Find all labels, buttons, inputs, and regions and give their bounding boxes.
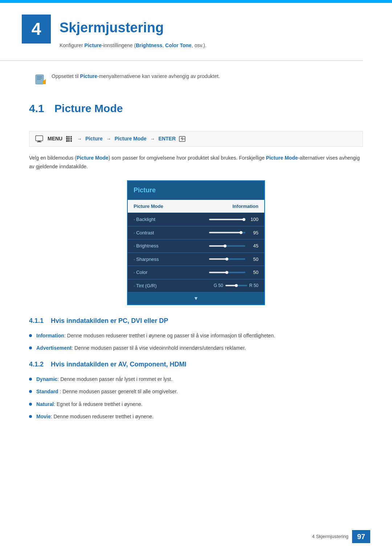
bullet-information: Information: Denne modusen reduserer tre… [29, 332, 363, 340]
tint-g-value: G 50 [214, 282, 223, 289]
backlight-slider: 100 [209, 216, 258, 223]
backlight-dot [242, 218, 245, 221]
term-dynamic: Dynamic [36, 376, 57, 382]
subtitle-comma: , [162, 42, 165, 48]
color-dot [225, 271, 228, 274]
note-prefix: Oppsettet til [52, 73, 80, 79]
color-label: Color [134, 269, 209, 276]
contrast-dot [240, 231, 242, 234]
subtitle-suffix: , osv.). [192, 42, 207, 48]
contrast-value: 95 [248, 229, 258, 237]
contrast-bar [209, 232, 245, 233]
subsection-411-label: Hvis inndatakilden er PC, DVI eller DP [51, 317, 168, 324]
svg-rect-5 [36, 136, 43, 141]
brightness-row: Brightness 45 [128, 239, 264, 253]
section-41-description: Velg en bildemodus (Picture Mode) som pa… [29, 154, 363, 171]
tint-label: Tint (G/R) [134, 282, 214, 290]
svg-rect-2 [37, 78, 42, 78]
backlight-fill [209, 219, 244, 220]
svg-rect-1 [37, 76, 42, 77]
backlight-label: Backlight [134, 216, 209, 223]
brightness-label: Brightness [134, 242, 209, 250]
note-text: Oppsettet til Picture-menyalternativene … [52, 73, 220, 80]
chapter-header: 4 Skjermjustering Konfigurer Picture-inn… [0, 0, 392, 60]
subsection-411-number: 4.1.1 [29, 317, 44, 324]
term-dynamic-desc: : Denne modusen passer når lyset i romme… [57, 376, 172, 382]
menu-item1: Picture [85, 135, 102, 143]
subsection-412-label: Hvis inndatakilden er AV, Component, HDM… [51, 361, 186, 368]
grid-icon [66, 136, 72, 142]
subtitle-highlight3: Color Tone [165, 42, 192, 48]
section-41-number: 4.1 [29, 102, 44, 114]
contrast-row: Contrast 95 [128, 226, 264, 240]
contrast-slider: 95 [209, 229, 258, 237]
chapter-subtitle: Konfigurer Picture-innstillingene (Brigh… [60, 42, 363, 49]
footer: 4 Skjermjustering 97 [312, 530, 370, 543]
bullet-dynamic-text: Dynamic: Denne modusen passer når lyset … [36, 375, 172, 383]
top-stripe [0, 0, 392, 3]
sharpness-label: Sharpness [134, 256, 209, 263]
sharpness-row: Sharpness 50 [128, 253, 264, 266]
subsection-411-bullets: Information: Denne modusen reduserer tre… [29, 332, 363, 352]
color-value: 50 [248, 269, 258, 276]
desc-highlight1: Picture Mode [77, 155, 109, 161]
backlight-value: 100 [248, 216, 258, 223]
chapter-title: Skjermjustering [60, 17, 363, 38]
term-advertisement: Advertisement [36, 345, 72, 351]
arrow3: → [150, 135, 155, 143]
color-row: Color 50 [128, 266, 264, 279]
tint-slider-area: G 50 R 50 [214, 282, 258, 289]
brightness-fill [209, 245, 225, 247]
bullet-dot-standard [29, 390, 32, 393]
subsection-411-title: 4.1.1 Hvis inndatakilden er PC, DVI elle… [29, 316, 363, 326]
term-movie-desc: : Denne modusen reduserer tretthet i øyn… [51, 414, 154, 419]
note-highlight: Picture [80, 73, 97, 79]
subsection-412-title: 4.1.2 Hvis inndatakilden er AV, Componen… [29, 360, 363, 369]
picture-menu: Picture Picture Mode Information Backlig… [127, 180, 265, 305]
bullet-dynamic: Dynamic: Denne modusen passer når lyset … [29, 375, 363, 383]
sharpness-fill [209, 258, 226, 260]
brightness-bar [209, 245, 245, 247]
term-advertisement-desc: : Denne modusen passer til å vise videoi… [72, 345, 246, 351]
section-41-title: 4.1 Picture Mode [29, 100, 363, 120]
subtitle-prefix: Konfigurer [60, 42, 84, 48]
backlight-row: Backlight 100 [128, 213, 264, 226]
svg-rect-6 [38, 141, 40, 141]
brightness-value: 45 [248, 242, 258, 250]
term-information-desc: : Denne modusen reduserer tretthet i øyn… [64, 333, 275, 338]
bullet-natural: Natural: Egnet for å redusere tretthet i… [29, 400, 363, 408]
menu-item2: Picture Mode [115, 135, 147, 143]
backlight-bar [209, 219, 245, 220]
picture-menu-header: Picture [128, 181, 264, 200]
chapter-title-area: Skjermjustering Konfigurer Picture-innst… [60, 15, 363, 49]
svg-rect-7 [37, 141, 41, 142]
enter-icon [179, 136, 185, 142]
note-icon [35, 73, 46, 85]
subtitle-middle: -innstillingene ( [102, 42, 136, 48]
tint-row: Tint (G/R) G 50 R 50 [128, 279, 264, 293]
bullet-dot-advertisement [29, 346, 32, 349]
tint-r-value: R 50 [249, 282, 258, 289]
footer-page-number: 97 [352, 530, 370, 543]
menu-label: MENU [48, 135, 62, 143]
subsection-412-number: 4.1.2 [29, 361, 44, 368]
subsection-412-bullets: Dynamic: Denne modusen passer når lyset … [29, 375, 363, 421]
sharpness-bar [209, 258, 245, 260]
color-slider: 50 [209, 269, 258, 276]
brightness-slider: 45 [209, 242, 258, 250]
brightness-dot [224, 245, 226, 247]
note-box: Oppsettet til Picture-menyalternativene … [29, 68, 363, 89]
arrow2: → [106, 135, 111, 143]
bullet-dot-information [29, 334, 32, 337]
bullet-standard-text: Standard : Denne modusen passer generelt… [36, 387, 178, 395]
chapter-number-box: 4 [22, 15, 51, 44]
picture-mode-row: Picture Mode Information [128, 200, 264, 213]
picture-menu-container: Picture Picture Mode Information Backlig… [29, 180, 363, 305]
note-suffix: -menyalternativene kan variere avhengig … [97, 73, 220, 79]
bullet-natural-text: Natural: Egnet for å redusere tretthet i… [36, 400, 143, 408]
picture-mode-label: Picture Mode [134, 203, 233, 210]
color-bar [209, 272, 245, 273]
color-fill [209, 272, 226, 273]
term-standard: Standard [36, 389, 58, 394]
bullet-advertisement: Advertisement: Denne modusen passer til … [29, 344, 363, 352]
